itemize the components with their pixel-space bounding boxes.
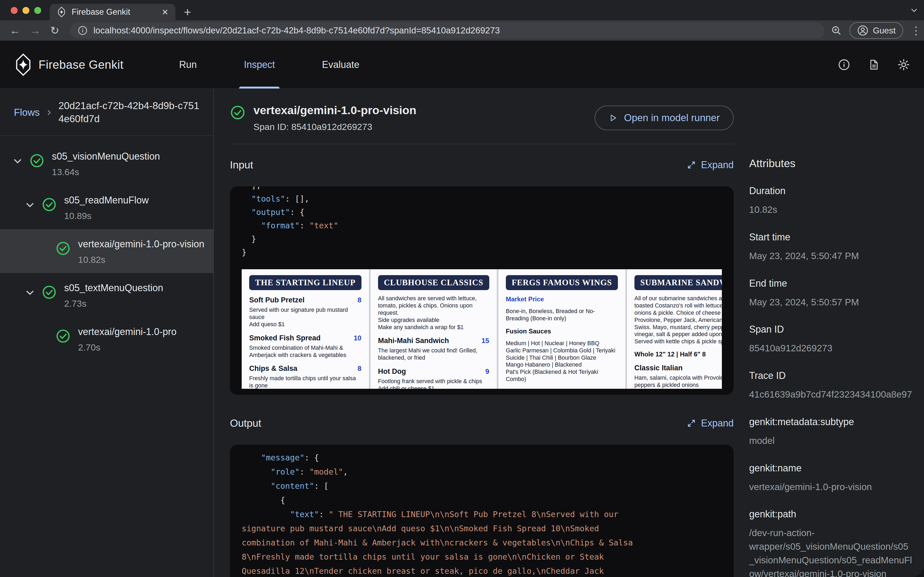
expand-icon (687, 160, 696, 170)
genkit-logo-icon (15, 53, 32, 76)
open-in-model-runner-button[interactable]: Open in model runner (595, 106, 734, 130)
trace-sidebar: Flows 20d21acf-c72b-42b4-8d9b-c7514e60fd… (0, 89, 214, 577)
input-code-block[interactable]: ], "tools": [], "output": { "format": "t… (230, 186, 734, 395)
theme-toggle-icon[interactable] (897, 58, 910, 71)
site-info-icon[interactable] (77, 26, 88, 35)
zoom-page-icon[interactable] (831, 25, 842, 36)
expand-icon (687, 419, 696, 428)
code-line: 8\nFreshly made tortilla chips until you… (242, 550, 722, 564)
menu-item-desc: Freshly made tortilla chips until your s… (249, 375, 361, 389)
chevron-down-icon[interactable] (24, 199, 36, 211)
browser-toolbar: ← → ↻ localhost:4000/inspect/flows/dev/2… (0, 20, 924, 40)
attribute-value: vertexai/gemini-1.0-pro-vision (749, 480, 912, 494)
tab-inspect[interactable]: Inspect (220, 40, 298, 89)
tree-item[interactable]: s05_visionMenuQuestion13.64s (0, 142, 214, 185)
tree-item-duration: 10.82s (78, 255, 204, 265)
new-tab-button[interactable]: + (184, 5, 191, 19)
attribute-value: 10.82s (749, 203, 912, 217)
success-check-icon (42, 197, 57, 212)
menu-section-header: SUBMARINE SANDWICHES (634, 275, 722, 290)
success-check-icon (42, 285, 57, 300)
tree-item-label: s05_visionMenuQuestion (52, 150, 160, 163)
input-expand-link[interactable]: Expand (687, 160, 734, 171)
attribute-label: genkit:name (749, 463, 912, 474)
code-line: signature pub mustard sauce\nAdd queso $… (242, 521, 722, 535)
brand: Firebase Genkit (15, 53, 124, 76)
menu-column: THE STARTING LINEUPSoft Pub Pretzel8Serv… (242, 269, 369, 389)
span-id: Span ID: 85410a912d269273 (253, 122, 416, 132)
profile-chip[interactable]: Guest (849, 22, 903, 39)
output-expand-link[interactable]: Expand (687, 417, 734, 429)
browser-tabbar: Firebase Genkit ✕ + (0, 0, 924, 20)
success-check-icon (29, 153, 44, 168)
menu-note: Medium | Hot | Nuclear | Honey BBQ Garli… (506, 340, 618, 383)
window-minimize-button[interactable] (23, 7, 29, 14)
window-close-button[interactable] (11, 7, 18, 14)
info-icon[interactable] (838, 58, 850, 71)
content-area: Flows 20d21acf-c72b-42b4-8d9b-c7514e60fd… (0, 89, 924, 577)
span-title: vertexai/gemini-1.0-pro-vision (253, 104, 416, 117)
output-code-block[interactable]: "message": { "role": "model", "content":… (230, 445, 734, 577)
menu-section-header: CLUBHOUSE CLASSICS (378, 275, 489, 290)
menu-section-header: THE STARTING LINEUP (249, 275, 361, 290)
url-text: localhost:4000/inspect/flows/dev/20d21ac… (93, 26, 500, 35)
menu-note: All of our submarine sandwiches are serv… (634, 295, 722, 345)
tree-item[interactable]: s05_readMenuFlow10.89s (0, 185, 214, 229)
address-bar[interactable]: localhost:4000/inspect/flows/dev/20d21ac… (70, 23, 824, 39)
app-header: Firebase Genkit Run Inspect Evaluate (0, 40, 924, 89)
menu-item-desc: Ham, salami, capicola with Provolone, ba… (634, 374, 722, 389)
menu-item: Soft Pub Pretzel8Served with our signatu… (249, 296, 361, 328)
span-detail: vertexai/gemini-1.0-pro-vision Span ID: … (214, 89, 749, 577)
attribute-label: End time (749, 278, 912, 289)
tab-search-chevron-icon[interactable] (910, 6, 919, 15)
code-line: "message": { (242, 451, 722, 465)
success-check-icon (56, 241, 71, 256)
profile-label: Guest (873, 26, 896, 35)
menu-item-name: Classic Italian (634, 364, 683, 372)
back-icon[interactable]: ← (10, 24, 20, 37)
tree-item-label: vertexai/gemini-1.0-pro (78, 325, 177, 338)
brand-name: Firebase Genkit (39, 58, 124, 71)
tree-item[interactable]: vertexai/gemini-1.0-pro2.70s (0, 317, 214, 361)
input-heading: Input (230, 159, 253, 171)
code-line: { (242, 493, 722, 507)
attribute-label: genkit:path (749, 509, 912, 520)
menu-column: FERGS FAMOUS WINGSMarket PriceBone-in, B… (498, 269, 625, 389)
input-section-header: Input Expand (230, 159, 734, 171)
reload-icon[interactable]: ↻ (50, 24, 60, 37)
tab-title: Firebase Genkit (72, 7, 156, 17)
forward-icon[interactable]: → (30, 24, 41, 37)
menu-item-name: Mahi-Mahi Sandwich (378, 337, 449, 345)
window-zoom-button[interactable] (34, 7, 41, 14)
menu-column: CLUBHOUSE CLASSICSAll sandwiches are ser… (370, 269, 497, 389)
tab-close-icon[interactable]: ✕ (162, 8, 169, 17)
menu-item: Smoked Fish Spread10Smoked combination o… (249, 334, 361, 359)
menu-item: Mahi-Mahi Sandwich15The largest Mahi we … (378, 337, 489, 361)
attribute-label: Start time (749, 232, 912, 243)
menu-item-name: Hot Dog (378, 367, 406, 376)
attribute-label: Trace ID (749, 370, 912, 381)
docs-icon[interactable] (868, 58, 880, 71)
code-line: ], (242, 186, 722, 192)
menu-section-header: FERGS FAMOUS WINGS (506, 275, 618, 290)
browser-menu-icon[interactable]: ⋮ (911, 24, 921, 37)
chevron-down-icon[interactable] (12, 155, 24, 167)
tab-evaluate[interactable]: Evaluate (298, 40, 383, 89)
menu-item-price: 15 (481, 337, 489, 345)
attribute-value: 85410a912d269273 (749, 342, 912, 355)
tree-item[interactable]: s05_textMenuQuestion2.73s (0, 273, 214, 317)
tree-item-label: vertexai/gemini-1.0-pro-vision (78, 237, 204, 251)
tree-item-duration: 13.64s (52, 167, 160, 177)
tree-item-label: s05_textMenuQuestion (64, 281, 163, 295)
genkit-favicon-icon (57, 7, 66, 18)
menu-column: SUBMARINE SANDWICHESAll of our submarine… (627, 269, 722, 389)
chevron-down-icon[interactable] (24, 287, 36, 299)
menu-item-price: 8 (357, 296, 361, 304)
browser-tab[interactable]: Firebase Genkit ✕ (50, 4, 175, 20)
tab-run[interactable]: Run (156, 40, 220, 89)
success-check-icon (230, 105, 245, 120)
code-line: "tools": [], (242, 192, 722, 206)
breadcrumb-flows-link[interactable]: Flows (14, 107, 40, 118)
menu-note: All sandwiches are served with lettuce, … (378, 295, 489, 331)
tree-item[interactable]: vertexai/gemini-1.0-pro-vision10.82s (0, 229, 214, 273)
